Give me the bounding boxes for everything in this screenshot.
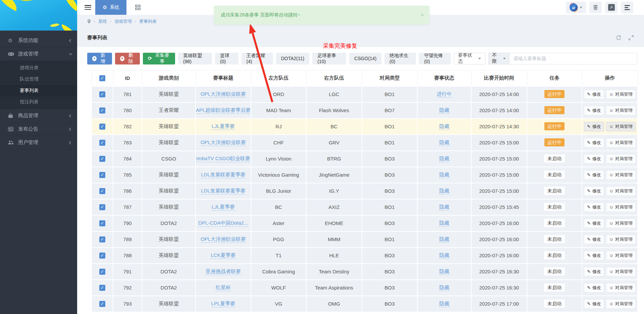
hamburger-icon[interactable]	[85, 5, 91, 10]
row-checkbox[interactable]	[99, 253, 105, 259]
event-title-link[interactable]: LJL夏季赛	[212, 204, 235, 211]
match-manage-button[interactable]: 对局管理	[606, 138, 636, 147]
edit-button[interactable]: 修改	[584, 154, 604, 164]
event-title-link[interactable]: LPL夏季赛	[211, 301, 235, 307]
filter-chip-pubg[interactable]: 绝地求生(0)	[384, 53, 416, 64]
edit-button[interactable]: 修改	[584, 267, 604, 276]
match-manage-button[interactable]: 对局管理	[606, 203, 636, 212]
sidebar-item-game-category[interactable]: 游戏分类	[0, 62, 77, 74]
edit-button[interactable]: 修改	[584, 170, 604, 180]
row-checkbox[interactable]	[99, 107, 105, 114]
filter-chip-csgo[interactable]: CSGO(14)	[349, 53, 381, 64]
apps-grid-icon[interactable]	[135, 5, 141, 10]
status-link[interactable]: 隐藏	[439, 123, 449, 130]
status-link[interactable]: 隐藏	[439, 252, 449, 259]
row-checkbox[interactable]	[99, 204, 105, 210]
event-title-link[interactable]: LCK夏季赛	[211, 252, 235, 259]
breadcrumb-link-system[interactable]: 系统	[98, 18, 107, 25]
sidebar-item-game-management[interactable]: 游戏管理	[0, 47, 77, 61]
edit-button[interactable]: 修改	[584, 138, 604, 147]
row-checkbox[interactable]	[99, 172, 105, 178]
scope-select[interactable]: 不限	[488, 53, 509, 64]
match-manage-button[interactable]: 对局管理	[606, 90, 636, 99]
status-link[interactable]: 隐藏	[439, 220, 449, 227]
log-list-button[interactable]	[621, 2, 633, 13]
event-title-link[interactable]: 亚洲挑战者联赛	[206, 268, 241, 275]
match-manage-button[interactable]: 对局管理	[606, 235, 636, 244]
edit-button[interactable]: 修改	[584, 106, 604, 115]
event-title-link[interactable]: LJL夏季赛	[212, 123, 235, 130]
trash-button[interactable]	[589, 2, 602, 13]
row-checkbox[interactable]	[99, 188, 105, 194]
breadcrumb-link-game-management[interactable]: 游戏管理	[114, 18, 132, 25]
status-link[interactable]: 隐藏	[439, 204, 449, 211]
match-manage-button[interactable]: 对局管理	[606, 267, 636, 276]
match-manage-button[interactable]: 对局管理	[606, 122, 636, 131]
filter-chip-basketball[interactable]: 篮球(0)	[215, 53, 238, 64]
sidebar-item-system-functions[interactable]: ⚙ 系统功能	[0, 34, 77, 47]
sidebar-item-event-list[interactable]: 赛事列表	[0, 85, 77, 96]
event-title-link[interactable]: OPL大洋洲职业联赛	[201, 236, 246, 243]
status-link[interactable]: 隐藏	[439, 172, 449, 178]
match-manage-button[interactable]: 对局管理	[606, 106, 636, 115]
user-menu-button[interactable]: u	[566, 2, 586, 13]
status-link[interactable]: 隐藏	[439, 301, 449, 307]
fullscreen-launch-button[interactable]: ↗	[605, 2, 618, 13]
filter-chip-lol[interactable]: 英雄联盟(98)	[178, 53, 212, 64]
event-title-link[interactable]: 红星杯	[216, 284, 231, 291]
match-manage-button[interactable]: 对局管理	[606, 283, 636, 293]
filter-chip-overwatch[interactable]: 守望先锋(0)	[419, 53, 450, 64]
status-link[interactable]: 隐藏	[439, 155, 449, 162]
edit-button[interactable]: 修改	[584, 283, 604, 293]
event-title-link[interactable]: DPL-CDA中国Dota2...	[198, 220, 248, 227]
event-title-link[interactable]: LDL发展联赛夏季赛	[201, 188, 246, 194]
sidebar-item-product-management[interactable]: 商品管理	[0, 109, 77, 123]
event-status-select[interactable]: 赛事状态	[454, 53, 485, 64]
edit-button[interactable]: 修改	[584, 219, 604, 228]
row-checkbox[interactable]	[99, 269, 105, 275]
status-link[interactable]: 隐藏	[439, 188, 449, 194]
match-manage-button[interactable]: 对局管理	[606, 186, 636, 196]
event-title-link[interactable]: LDL发展联赛夏季赛	[201, 172, 246, 178]
row-checkbox[interactable]	[99, 285, 105, 291]
search-input[interactable]	[509, 53, 637, 64]
edit-button[interactable]: 修改	[584, 203, 604, 212]
event-title-link[interactable]: ImbaTV CSGO职业联赛	[196, 155, 250, 162]
sidebar-item-team-management[interactable]: 队伍管理	[0, 74, 77, 85]
sidebar-item-bet-list[interactable]: 投注列表	[0, 96, 77, 108]
edit-button[interactable]: 修改	[584, 90, 604, 99]
sidebar-item-publish-announcement[interactable]: 发布公告	[0, 123, 77, 136]
match-manage-button[interactable]: 对局管理	[606, 170, 636, 180]
status-link[interactable]: 隐藏	[439, 139, 449, 146]
edit-button[interactable]: 修改	[584, 122, 604, 131]
row-checkbox[interactable]	[99, 124, 105, 130]
filter-chip-kog[interactable]: 王者荣耀(4)	[241, 53, 273, 64]
status-link[interactable]: 进行中	[437, 91, 452, 98]
refresh-icon[interactable]	[616, 35, 622, 41]
event-title-link[interactable]: APL超级职业联赛季后赛	[196, 107, 251, 114]
row-checkbox[interactable]	[99, 220, 105, 226]
match-manage-button[interactable]: 对局管理	[606, 219, 636, 228]
row-checkbox[interactable]	[99, 236, 105, 242]
select-all-checkbox[interactable]	[99, 75, 105, 81]
filter-chip-dota2[interactable]: DOTA2(11)	[276, 53, 310, 64]
collect-events-button[interactable]: ⟳ 采集赛事	[143, 53, 175, 64]
add-button[interactable]: + 新增	[87, 53, 112, 64]
row-checkbox[interactable]	[99, 140, 105, 146]
event-title-link[interactable]: OPL大洋洲职业联赛	[201, 139, 246, 146]
close-icon[interactable]: ×	[421, 12, 424, 18]
fullscreen-icon[interactable]	[628, 35, 634, 41]
status-link[interactable]: 隐藏	[439, 236, 449, 243]
match-manage-button[interactable]: 对局管理	[606, 154, 636, 164]
edit-button[interactable]: 修改	[584, 235, 604, 244]
delete-button[interactable]: × 删除	[115, 53, 140, 64]
edit-button[interactable]: 修改	[584, 251, 604, 260]
event-title-link[interactable]: OPL大洋洲职业联赛	[201, 91, 246, 98]
match-manage-button[interactable]: 对局管理	[606, 299, 636, 309]
status-link[interactable]: 隐藏	[439, 107, 449, 114]
row-checkbox[interactable]	[99, 91, 105, 97]
edit-button[interactable]: 修改	[584, 186, 604, 196]
filter-chip-football[interactable]: 足球赛事(10)	[312, 53, 346, 64]
row-checkbox[interactable]	[99, 301, 105, 307]
edit-button[interactable]: 修改	[584, 299, 604, 309]
